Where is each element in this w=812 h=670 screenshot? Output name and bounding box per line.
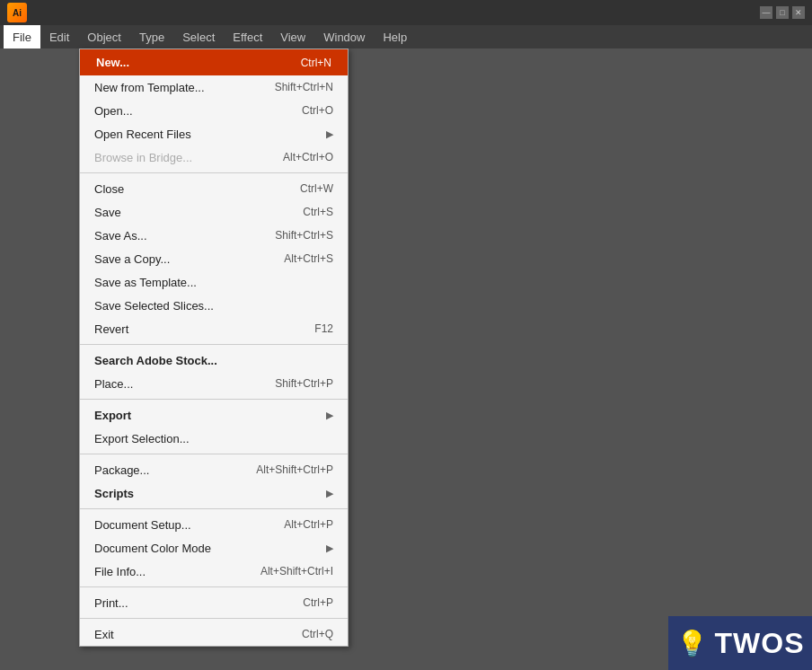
menu-item-document-setup[interactable]: Document Setup... Alt+Ctrl+P	[80, 513, 348, 536]
menu-item-save-template[interactable]: Save as Template...	[80, 270, 348, 294]
menu-item-revert[interactable]: Revert F12	[80, 317, 348, 340]
twos-text: TWOS	[715, 627, 805, 660]
minimize-button[interactable]: —	[760, 6, 772, 19]
menu-help[interactable]: Help	[374, 25, 416, 48]
separator-3	[80, 399, 348, 400]
menu-item-browse-bridge: Browse in Bridge... Alt+Ctrl+O	[80, 145, 348, 169]
separator-2	[80, 344, 348, 345]
menu-object[interactable]: Object	[78, 25, 130, 48]
menu-item-print[interactable]: Print... Ctrl+P	[80, 591, 348, 614]
menu-effect[interactable]: Effect	[224, 25, 271, 48]
menu-item-exit[interactable]: Exit Ctrl+Q	[80, 622, 348, 646]
menu-type[interactable]: Type	[130, 25, 173, 48]
title-bar-left: Ai	[7, 3, 27, 22]
menu-select[interactable]: Select	[173, 25, 224, 48]
menu-view[interactable]: View	[271, 25, 314, 48]
menu-item-export-selection[interactable]: Export Selection...	[80, 427, 348, 450]
menu-item-save[interactable]: Save Ctrl+S	[80, 200, 348, 224]
menu-edit[interactable]: Edit	[40, 25, 78, 48]
menu-file[interactable]: File	[4, 25, 40, 48]
separator-6	[80, 586, 348, 587]
menu-item-new[interactable]: New... Ctrl+N	[80, 49, 348, 75]
menu-item-save-slices[interactable]: Save Selected Slices...	[80, 294, 348, 317]
menu-window[interactable]: Window	[314, 25, 374, 48]
menu-item-new-from-template[interactable]: New from Template... Shift+Ctrl+N	[80, 75, 348, 99]
twos-icon: 💡	[676, 629, 708, 658]
menu-item-export[interactable]: Export ▶	[80, 403, 348, 427]
window-controls[interactable]: — □ ✕	[760, 6, 805, 19]
menu-item-document-color[interactable]: Document Color Mode ▶	[80, 536, 348, 560]
menu-item-package[interactable]: Package... Alt+Shift+Ctrl+P	[80, 458, 348, 481]
menu-item-save-as[interactable]: Save As... Shift+Ctrl+S	[80, 224, 348, 247]
menu-item-open[interactable]: Open... Ctrl+O	[80, 99, 348, 122]
close-button[interactable]: ✕	[792, 6, 805, 19]
ai-logo: Ai	[7, 3, 27, 22]
title-bar: Ai — □ ✕	[0, 0, 812, 25]
menu-item-open-recent[interactable]: Open Recent Files ▶	[80, 122, 348, 145]
menu-item-close[interactable]: Close Ctrl+W	[80, 177, 348, 200]
separator-1	[80, 172, 348, 173]
menu-item-scripts[interactable]: Scripts ▶	[80, 481, 348, 505]
menu-item-file-info[interactable]: File Info... Alt+Shift+Ctrl+I	[80, 560, 348, 583]
menu-item-save-copy[interactable]: Save a Copy... Alt+Ctrl+S	[80, 247, 348, 270]
menu-bar: File Edit Object Type Select Effect View…	[0, 25, 812, 48]
separator-7	[80, 618, 348, 619]
twos-badge: 💡 TWOS	[668, 616, 812, 670]
menu-item-place[interactable]: Place... Shift+Ctrl+P	[80, 372, 348, 395]
separator-4	[80, 454, 348, 454]
menu-item-search-stock[interactable]: Search Adobe Stock...	[80, 348, 348, 372]
separator-5	[80, 508, 348, 509]
file-dropdown-menu: New... Ctrl+N New from Template... Shift…	[79, 48, 349, 647]
maximize-button[interactable]: □	[776, 6, 789, 19]
